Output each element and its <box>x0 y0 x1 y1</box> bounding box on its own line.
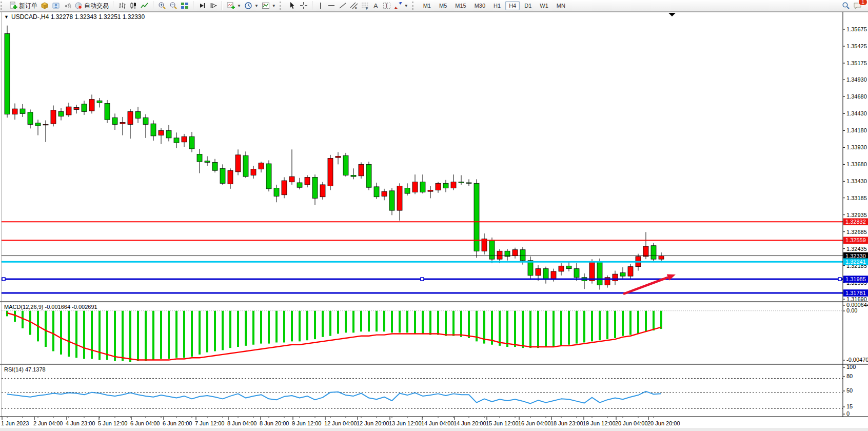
signals-button[interactable] <box>62 1 73 11</box>
time-tick-label: 6 Jun 20:00 <box>163 420 192 426</box>
zoom-out-button[interactable] <box>168 1 179 11</box>
indicators-button[interactable]: ▼ <box>225 1 243 11</box>
time-tick-label: 16 Jun 04:00 <box>518 420 551 426</box>
candle-body <box>182 136 187 142</box>
new-order-button[interactable]: 新订单 <box>8 1 39 11</box>
market-button[interactable] <box>39 1 50 11</box>
price-tick-label: 1.35425 <box>846 43 867 49</box>
templates-button[interactable]: ▼ <box>260 1 278 11</box>
text-icon: A <box>372 2 380 10</box>
candle-body <box>436 183 441 190</box>
cursor-icon <box>288 2 297 10</box>
crosshair-button[interactable] <box>298 1 309 11</box>
candle-body <box>328 158 333 186</box>
arrows-tool[interactable]: ▼ <box>392 1 410 11</box>
candle-body <box>66 107 71 115</box>
price-tick-label: 1.32435 <box>846 246 867 252</box>
candle-body <box>628 267 633 276</box>
candle-body <box>420 182 425 192</box>
candle-body <box>205 161 210 163</box>
timeframe-h4[interactable]: H4 <box>505 1 520 10</box>
profile-button[interactable] <box>50 1 62 11</box>
timeframe-mn[interactable]: MN <box>553 1 569 10</box>
candle-body <box>97 101 102 103</box>
svg-text:1.32241: 1.32241 <box>845 259 866 265</box>
price-tick-label: 1.34930 <box>846 76 867 83</box>
line-chart-mode-button[interactable] <box>139 1 150 11</box>
signals-icon <box>63 2 71 10</box>
timeframe-m30[interactable]: M30 <box>471 1 489 10</box>
hline-handle[interactable] <box>2 278 5 281</box>
label-icon: T <box>383 2 391 10</box>
timeframe-m5[interactable]: M5 <box>436 1 450 10</box>
trendline-icon <box>339 2 347 10</box>
timeframe-m1[interactable]: M1 <box>420 1 435 10</box>
chart-shift-button[interactable] <box>208 1 219 11</box>
price-badge-support-cyan: 1.32241 <box>843 258 868 265</box>
toolbar-grip[interactable] <box>412 2 416 10</box>
candle-body <box>305 177 310 185</box>
candle-body <box>459 182 464 183</box>
dropdown-caret: ▼ <box>237 4 241 8</box>
chart-menu-arrow[interactable]: ▼ <box>4 14 9 19</box>
timeframe-h1[interactable]: H1 <box>490 1 504 10</box>
rsi-scale-label: 80 <box>846 373 853 379</box>
price-tick-label: 1.35175 <box>846 60 867 66</box>
trendline-tool[interactable] <box>337 1 348 11</box>
candle-body <box>266 164 271 189</box>
notifications-button[interactable]: 1 <box>852 1 864 11</box>
periods-button[interactable]: ▼ <box>243 1 260 11</box>
candle-body <box>51 110 56 124</box>
candle-body <box>412 182 418 192</box>
candle-body <box>443 183 448 188</box>
candle-body <box>312 177 318 198</box>
candle-body <box>297 183 302 187</box>
toolbar-grip[interactable] <box>1 2 5 10</box>
time-tick-label: 12 Jun 20:00 <box>357 420 389 426</box>
separator <box>312 1 313 10</box>
time-tick-label: 4 Jun 23:00 <box>66 420 95 426</box>
channel-tool[interactable]: E <box>348 1 360 11</box>
candle-body <box>159 130 164 135</box>
label-tool[interactable]: T <box>381 1 392 11</box>
time-tick-label: 8 Jun 20:00 <box>260 420 289 426</box>
candle-body <box>451 182 456 188</box>
candlestick-mode-button[interactable] <box>128 1 139 11</box>
bar-chart-mode-button[interactable] <box>116 1 128 11</box>
price-tick-label: 1.32935 <box>846 212 867 218</box>
zoom-out-icon <box>169 2 177 10</box>
auto-scroll-icon <box>198 2 206 10</box>
search-button[interactable] <box>840 1 852 11</box>
vertical-line-tool[interactable] <box>315 1 326 11</box>
rsi-scale-label: 15 <box>846 403 853 409</box>
candle-body <box>251 169 256 175</box>
text-tool[interactable]: A <box>371 1 381 11</box>
candle-body <box>474 183 479 251</box>
timeframe-d1[interactable]: D1 <box>521 1 535 10</box>
svg-text:A: A <box>373 2 378 10</box>
fibonacci-tool[interactable]: F <box>360 1 371 11</box>
auto-scroll-button[interactable] <box>196 1 208 11</box>
timeframe-w1[interactable]: W1 <box>536 1 552 10</box>
svg-text:T: T <box>385 3 388 9</box>
profile-icon <box>52 2 60 10</box>
chart-area[interactable]: ▼USDCAD-,H4 1.32278 1.32343 1.32251 1.32… <box>0 11 868 431</box>
tile-windows-button[interactable] <box>179 1 190 11</box>
svg-text:1.32559: 1.32559 <box>845 237 866 243</box>
zoom-in-button[interactable] <box>156 1 168 11</box>
candle-body <box>597 262 602 285</box>
price-tick-label: 1.33680 <box>846 161 867 167</box>
cursor-button[interactable] <box>287 1 298 11</box>
hline-handle[interactable] <box>421 278 424 281</box>
chart-shift-icon <box>209 2 218 10</box>
timeframe-m15[interactable]: M15 <box>451 1 469 10</box>
candle-body <box>12 109 17 114</box>
time-tick-label: 12 Jun 04:00 <box>324 420 357 426</box>
toolbar-grip[interactable] <box>280 2 284 10</box>
horizontal-line-tool[interactable] <box>326 1 337 11</box>
autotrade-button[interactable]: 自动交易 <box>73 1 110 11</box>
candle-body <box>259 163 264 169</box>
time-tick-label: 5 Jun 12:00 <box>98 420 128 426</box>
horizontal-line-icon <box>327 2 336 10</box>
hline-handle[interactable] <box>838 278 841 281</box>
